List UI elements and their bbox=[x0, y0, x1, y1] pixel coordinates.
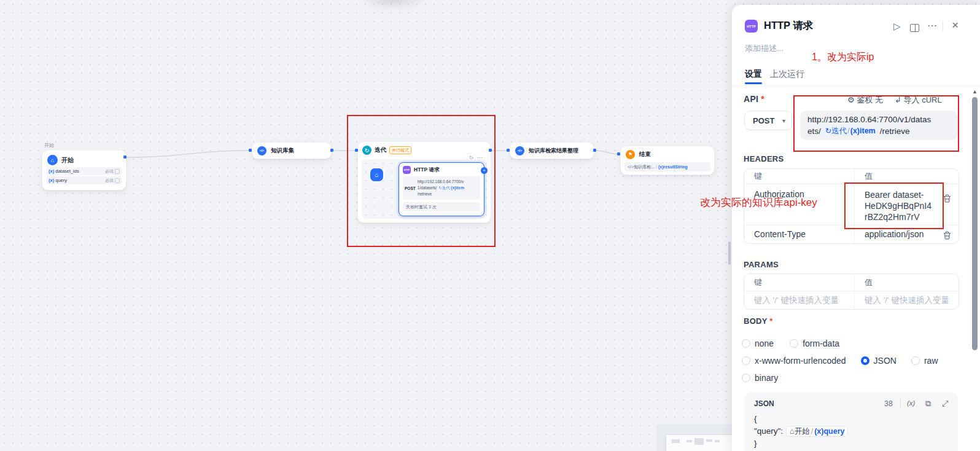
variable-insert-button[interactable]: (x) bbox=[907, 399, 915, 407]
minimap-node bbox=[715, 440, 720, 442]
iteration-start-icon[interactable]: ⌂ bbox=[370, 168, 383, 181]
annotation-note-ip: 1。改为实际ip bbox=[812, 51, 874, 64]
connector-handle[interactable] bbox=[593, 149, 596, 152]
variable-icon: (x) bbox=[49, 168, 54, 174]
body-type-row-2: x-www-form-urlencoded JSON raw bbox=[742, 356, 938, 366]
http-retry-row: 失败时重试 3 次 bbox=[403, 202, 480, 211]
organize-node[interactable]: </> 知识库检索结果整理 bbox=[510, 142, 594, 159]
start-node[interactable]: ⌂ 开始 (x) dataset_ids 必填 (x) query 必填 bbox=[42, 150, 126, 190]
workflow-app: { "icons": { "play": "▷", "more": "⋯", "… bbox=[0, 0, 980, 451]
delete-header-button[interactable] bbox=[943, 231, 951, 242]
minimap[interactable] bbox=[656, 424, 734, 451]
params-empty-row[interactable]: 键入 '/' 键快速插入变量 键入 '/' 键快速插入变量 bbox=[744, 291, 959, 309]
add-node-button[interactable]: + bbox=[481, 167, 488, 174]
header-divider bbox=[943, 21, 943, 31]
json-editor-label: JSON bbox=[754, 399, 774, 408]
api-url-input[interactable]: http://192.168.0.64:7700/v1/datas ets/ ↻… bbox=[800, 111, 958, 140]
delete-header-button[interactable] bbox=[943, 194, 951, 222]
body-type-raw[interactable]: raw bbox=[911, 356, 938, 366]
header-row-content-type[interactable]: Content-Type application/json bbox=[744, 225, 959, 244]
connector-handle[interactable] bbox=[489, 149, 492, 152]
edges bbox=[0, 0, 737, 451]
connector-handle[interactable] bbox=[355, 149, 358, 152]
import-icon: ↲ bbox=[895, 95, 901, 104]
auth-button[interactable]: ⚙ 鉴权 无 bbox=[847, 95, 883, 106]
knowledge-set-node[interactable]: </> 知识库集 bbox=[252, 142, 332, 159]
close-button[interactable]: × bbox=[952, 18, 959, 32]
type-icon bbox=[115, 178, 120, 183]
radio-icon[interactable] bbox=[742, 339, 750, 348]
connector-handle[interactable] bbox=[123, 155, 126, 159]
radio-icon[interactable] bbox=[742, 374, 750, 382]
minimap-node bbox=[672, 439, 680, 443]
connector-handle[interactable] bbox=[249, 149, 252, 152]
end-node-title: 结束 bbox=[639, 151, 651, 159]
radio-icon[interactable] bbox=[911, 356, 920, 365]
start-var-row[interactable]: (x) query 必填 bbox=[46, 176, 122, 184]
json-code[interactable]: { "query": ⌂开始 / (x)query } bbox=[754, 413, 848, 450]
minimap-node bbox=[686, 440, 692, 442]
organize-title: 知识库检索结果整理 bbox=[529, 147, 578, 155]
tabbar-divider bbox=[732, 85, 980, 86]
scroll-up-arrow[interactable]: ▲ bbox=[972, 88, 978, 95]
headers-table-head: 键 值 bbox=[744, 169, 959, 184]
url-variable-badge[interactable]: ↻迭代/(x)item bbox=[823, 126, 878, 136]
radio-selected-icon[interactable] bbox=[861, 356, 869, 365]
iteration-inner-canvas[interactable]: ⌂ HTTP HTTP 请求 + POST http://192.168.0.6… bbox=[362, 159, 487, 219]
type-icon bbox=[115, 169, 120, 174]
json-editor[interactable]: JSON 38 (x) ⧉ ⤢ { "query": ⌂开始 / (x)quer… bbox=[744, 392, 958, 451]
http-method: POST bbox=[405, 186, 416, 190]
json-variable-badge[interactable]: ⌂开始 / (x)query bbox=[786, 426, 848, 437]
import-curl-button[interactable]: ↲ 导入 cURL bbox=[895, 95, 942, 106]
iteration-title: 迭代 bbox=[375, 146, 386, 154]
split-view-button[interactable] bbox=[910, 23, 919, 34]
parallel-mode-badge: 并行模式 bbox=[389, 146, 411, 154]
http-icon: HTTP bbox=[403, 166, 411, 174]
tab-settings[interactable]: 设置 bbox=[745, 69, 762, 80]
body-type-row-3: binary bbox=[742, 373, 778, 383]
end-output-row: </>知识库检... / (x)resultString bbox=[624, 162, 710, 171]
params-table: 键 值 键入 '/' 键快速插入变量 键入 '/' 键快速插入变量 bbox=[744, 273, 959, 310]
gear-icon: ⚙ bbox=[847, 95, 855, 104]
http-icon: HTTP bbox=[745, 20, 758, 33]
method-select[interactable]: POST ▾ bbox=[744, 111, 792, 130]
trash-icon bbox=[943, 231, 951, 240]
body-type-urlencoded[interactable]: x-www-form-urlencoded bbox=[742, 356, 846, 366]
chevron-down-icon: ▾ bbox=[782, 117, 785, 124]
body-type-none[interactable]: none bbox=[742, 339, 774, 348]
code-icon: </> bbox=[515, 146, 524, 155]
http-sub-node[interactable]: HTTP HTTP 请求 + POST http://192.168.0.64:… bbox=[399, 162, 484, 216]
body-type-binary[interactable]: binary bbox=[742, 373, 778, 383]
connector-handle[interactable] bbox=[617, 152, 620, 155]
editor-divider bbox=[900, 399, 901, 407]
copy-button[interactable]: ⧉ bbox=[925, 399, 931, 409]
home-icon: ⌂ bbox=[47, 155, 58, 165]
annotation-note-apikey: 改为实际的知识库api-key bbox=[700, 195, 817, 210]
start-node-mini-label: 开始 bbox=[44, 142, 54, 149]
description-input[interactable]: 添加描述... bbox=[745, 43, 784, 54]
node-config-panel: HTTP HTTP 请求 ▷ ⋯ × 添加描述... 设置 上次运行 API *… bbox=[732, 5, 980, 451]
connector-handle[interactable] bbox=[507, 149, 510, 152]
body-type-form-data[interactable]: form-data bbox=[790, 339, 839, 348]
radio-icon[interactable] bbox=[742, 356, 750, 365]
more-button[interactable]: ⋯ bbox=[927, 20, 937, 31]
iteration-node[interactable]: ↻ 迭代 并行模式 ▷⋯ ⌂ HTTP HTTP 请求 + POST http:… bbox=[357, 141, 491, 223]
params-table-head: 键 值 bbox=[744, 274, 959, 291]
params-label: PARAMS bbox=[744, 260, 779, 269]
expand-button[interactable]: ⤢ bbox=[942, 399, 948, 409]
connector-handle[interactable] bbox=[330, 149, 333, 152]
start-var-row[interactable]: (x) dataset_ids 必填 bbox=[46, 167, 122, 175]
panel-scrollbar-thumb[interactable] bbox=[972, 97, 978, 350]
run-button[interactable]: ▷ bbox=[893, 21, 901, 32]
body-type-json[interactable]: JSON bbox=[861, 356, 896, 366]
knowledge-set-title: 知识库集 bbox=[271, 147, 294, 155]
end-node[interactable]: ⚑ 结束 </>知识库检... / (x)resultString bbox=[620, 146, 715, 175]
radio-icon[interactable] bbox=[790, 339, 798, 348]
code-icon: </> bbox=[257, 146, 266, 155]
active-tab-underline bbox=[745, 82, 762, 84]
end-icon: ⚑ bbox=[626, 150, 635, 159]
tab-last-run[interactable]: 上次运行 bbox=[770, 69, 804, 80]
http-sub-node-title: HTTP 请求 bbox=[414, 167, 439, 174]
layout-icon bbox=[910, 24, 919, 32]
canvas-scrollbar-thumb[interactable] bbox=[728, 241, 731, 265]
